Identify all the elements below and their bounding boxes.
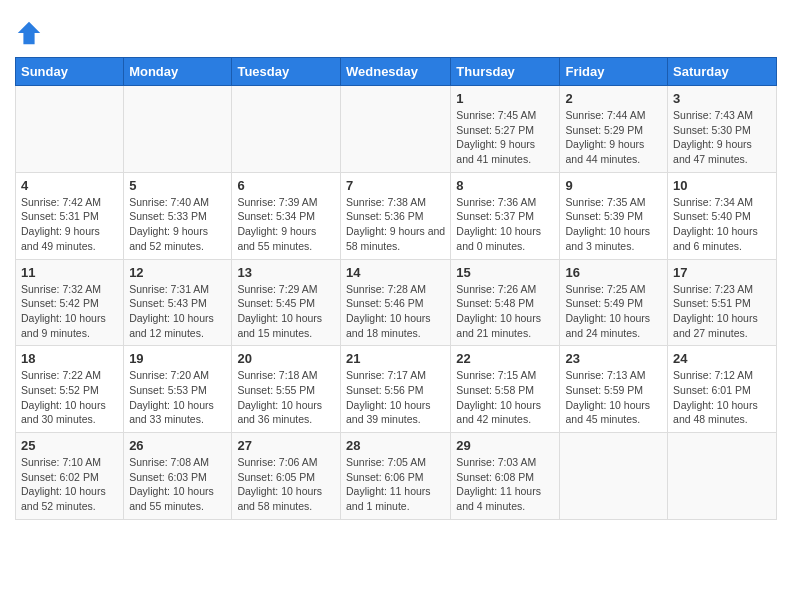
day-number: 15 <box>456 265 554 280</box>
calendar-cell: 21Sunrise: 7:17 AMSunset: 5:56 PMDayligh… <box>340 346 450 433</box>
calendar-cell: 10Sunrise: 7:34 AMSunset: 5:40 PMDayligh… <box>668 172 777 259</box>
day-info: Sunrise: 7:22 AMSunset: 5:52 PMDaylight:… <box>21 368 118 427</box>
day-number: 11 <box>21 265 118 280</box>
day-info: Sunrise: 7:43 AMSunset: 5:30 PMDaylight:… <box>673 108 771 167</box>
day-info: Sunrise: 7:45 AMSunset: 5:27 PMDaylight:… <box>456 108 554 167</box>
day-number: 12 <box>129 265 226 280</box>
day-number: 4 <box>21 178 118 193</box>
calendar-cell: 11Sunrise: 7:32 AMSunset: 5:42 PMDayligh… <box>16 259 124 346</box>
calendar-cell <box>232 86 341 173</box>
day-info: Sunrise: 7:20 AMSunset: 5:53 PMDaylight:… <box>129 368 226 427</box>
day-info: Sunrise: 7:36 AMSunset: 5:37 PMDaylight:… <box>456 195 554 254</box>
day-number: 28 <box>346 438 445 453</box>
calendar-week-4: 18Sunrise: 7:22 AMSunset: 5:52 PMDayligh… <box>16 346 777 433</box>
col-header-saturday: Saturday <box>668 58 777 86</box>
day-info: Sunrise: 7:40 AMSunset: 5:33 PMDaylight:… <box>129 195 226 254</box>
day-number: 20 <box>237 351 335 366</box>
day-info: Sunrise: 7:44 AMSunset: 5:29 PMDaylight:… <box>565 108 662 167</box>
day-number: 17 <box>673 265 771 280</box>
calendar-week-5: 25Sunrise: 7:10 AMSunset: 6:02 PMDayligh… <box>16 433 777 520</box>
calendar-cell: 4Sunrise: 7:42 AMSunset: 5:31 PMDaylight… <box>16 172 124 259</box>
page-header <box>15 15 777 47</box>
day-info: Sunrise: 7:12 AMSunset: 6:01 PMDaylight:… <box>673 368 771 427</box>
day-info: Sunrise: 7:26 AMSunset: 5:48 PMDaylight:… <box>456 282 554 341</box>
day-info: Sunrise: 7:08 AMSunset: 6:03 PMDaylight:… <box>129 455 226 514</box>
calendar-cell: 16Sunrise: 7:25 AMSunset: 5:49 PMDayligh… <box>560 259 668 346</box>
calendar-week-3: 11Sunrise: 7:32 AMSunset: 5:42 PMDayligh… <box>16 259 777 346</box>
day-info: Sunrise: 7:31 AMSunset: 5:43 PMDaylight:… <box>129 282 226 341</box>
col-header-sunday: Sunday <box>16 58 124 86</box>
calendar-cell: 20Sunrise: 7:18 AMSunset: 5:55 PMDayligh… <box>232 346 341 433</box>
calendar-cell: 14Sunrise: 7:28 AMSunset: 5:46 PMDayligh… <box>340 259 450 346</box>
day-number: 6 <box>237 178 335 193</box>
calendar-cell: 19Sunrise: 7:20 AMSunset: 5:53 PMDayligh… <box>124 346 232 433</box>
day-info: Sunrise: 7:18 AMSunset: 5:55 PMDaylight:… <box>237 368 335 427</box>
col-header-tuesday: Tuesday <box>232 58 341 86</box>
day-number: 19 <box>129 351 226 366</box>
svg-marker-0 <box>18 22 40 44</box>
calendar-cell: 24Sunrise: 7:12 AMSunset: 6:01 PMDayligh… <box>668 346 777 433</box>
day-number: 23 <box>565 351 662 366</box>
day-number: 24 <box>673 351 771 366</box>
day-info: Sunrise: 7:03 AMSunset: 6:08 PMDaylight:… <box>456 455 554 514</box>
calendar-table: SundayMondayTuesdayWednesdayThursdayFrid… <box>15 57 777 520</box>
day-number: 2 <box>565 91 662 106</box>
day-info: Sunrise: 7:34 AMSunset: 5:40 PMDaylight:… <box>673 195 771 254</box>
day-info: Sunrise: 7:38 AMSunset: 5:36 PMDaylight:… <box>346 195 445 254</box>
calendar-cell: 12Sunrise: 7:31 AMSunset: 5:43 PMDayligh… <box>124 259 232 346</box>
day-info: Sunrise: 7:29 AMSunset: 5:45 PMDaylight:… <box>237 282 335 341</box>
calendar-cell: 18Sunrise: 7:22 AMSunset: 5:52 PMDayligh… <box>16 346 124 433</box>
day-number: 22 <box>456 351 554 366</box>
calendar-cell: 15Sunrise: 7:26 AMSunset: 5:48 PMDayligh… <box>451 259 560 346</box>
day-number: 14 <box>346 265 445 280</box>
day-number: 18 <box>21 351 118 366</box>
calendar-cell: 9Sunrise: 7:35 AMSunset: 5:39 PMDaylight… <box>560 172 668 259</box>
calendar-cell: 7Sunrise: 7:38 AMSunset: 5:36 PMDaylight… <box>340 172 450 259</box>
col-header-monday: Monday <box>124 58 232 86</box>
day-number: 3 <box>673 91 771 106</box>
calendar-header-row: SundayMondayTuesdayWednesdayThursdayFrid… <box>16 58 777 86</box>
calendar-week-1: 1Sunrise: 7:45 AMSunset: 5:27 PMDaylight… <box>16 86 777 173</box>
day-number: 27 <box>237 438 335 453</box>
col-header-wednesday: Wednesday <box>340 58 450 86</box>
calendar-cell: 13Sunrise: 7:29 AMSunset: 5:45 PMDayligh… <box>232 259 341 346</box>
day-info: Sunrise: 7:42 AMSunset: 5:31 PMDaylight:… <box>21 195 118 254</box>
calendar-cell: 1Sunrise: 7:45 AMSunset: 5:27 PMDaylight… <box>451 86 560 173</box>
day-info: Sunrise: 7:28 AMSunset: 5:46 PMDaylight:… <box>346 282 445 341</box>
day-info: Sunrise: 7:23 AMSunset: 5:51 PMDaylight:… <box>673 282 771 341</box>
day-info: Sunrise: 7:39 AMSunset: 5:34 PMDaylight:… <box>237 195 335 254</box>
col-header-thursday: Thursday <box>451 58 560 86</box>
calendar-cell: 17Sunrise: 7:23 AMSunset: 5:51 PMDayligh… <box>668 259 777 346</box>
calendar-cell: 2Sunrise: 7:44 AMSunset: 5:29 PMDaylight… <box>560 86 668 173</box>
logo <box>15 19 47 47</box>
col-header-friday: Friday <box>560 58 668 86</box>
day-number: 29 <box>456 438 554 453</box>
day-number: 26 <box>129 438 226 453</box>
day-number: 13 <box>237 265 335 280</box>
calendar-cell <box>340 86 450 173</box>
calendar-cell <box>16 86 124 173</box>
calendar-week-2: 4Sunrise: 7:42 AMSunset: 5:31 PMDaylight… <box>16 172 777 259</box>
calendar-cell: 6Sunrise: 7:39 AMSunset: 5:34 PMDaylight… <box>232 172 341 259</box>
calendar-cell <box>124 86 232 173</box>
day-info: Sunrise: 7:05 AMSunset: 6:06 PMDaylight:… <box>346 455 445 514</box>
day-number: 7 <box>346 178 445 193</box>
logo-icon <box>15 19 43 47</box>
day-number: 5 <box>129 178 226 193</box>
day-info: Sunrise: 7:15 AMSunset: 5:58 PMDaylight:… <box>456 368 554 427</box>
day-info: Sunrise: 7:25 AMSunset: 5:49 PMDaylight:… <box>565 282 662 341</box>
day-number: 10 <box>673 178 771 193</box>
day-number: 8 <box>456 178 554 193</box>
calendar-cell: 29Sunrise: 7:03 AMSunset: 6:08 PMDayligh… <box>451 433 560 520</box>
day-info: Sunrise: 7:10 AMSunset: 6:02 PMDaylight:… <box>21 455 118 514</box>
calendar-cell: 22Sunrise: 7:15 AMSunset: 5:58 PMDayligh… <box>451 346 560 433</box>
day-info: Sunrise: 7:32 AMSunset: 5:42 PMDaylight:… <box>21 282 118 341</box>
day-number: 25 <box>21 438 118 453</box>
day-info: Sunrise: 7:06 AMSunset: 6:05 PMDaylight:… <box>237 455 335 514</box>
calendar-cell: 27Sunrise: 7:06 AMSunset: 6:05 PMDayligh… <box>232 433 341 520</box>
calendar-cell: 25Sunrise: 7:10 AMSunset: 6:02 PMDayligh… <box>16 433 124 520</box>
calendar-cell: 26Sunrise: 7:08 AMSunset: 6:03 PMDayligh… <box>124 433 232 520</box>
day-number: 1 <box>456 91 554 106</box>
day-number: 16 <box>565 265 662 280</box>
calendar-cell: 23Sunrise: 7:13 AMSunset: 5:59 PMDayligh… <box>560 346 668 433</box>
